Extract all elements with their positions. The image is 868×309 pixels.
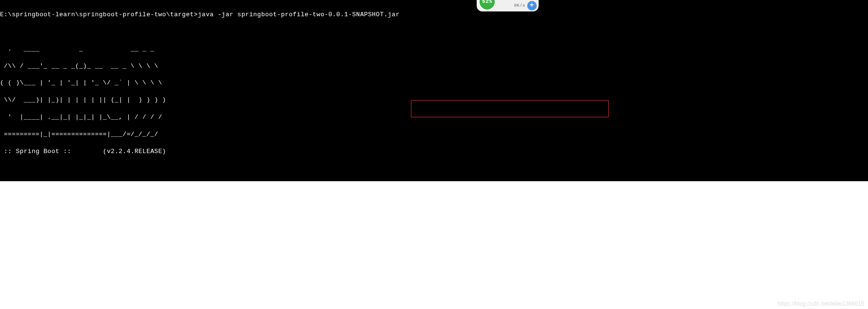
banner-line: . ____ _ __ _ _ [0,45,868,53]
terminal-output: E:\springboot-learn\springboot-profile-t… [0,0,868,181]
banner-line: =========|_|==============|___/=/_/_/_/ [0,130,868,139]
log-line: 2020-02-20 18:13:42.876 INFO 21752 --- [… [0,267,868,276]
log-line: 2020-02-20 18:13:43.004 INFO 21752 --- [… [0,301,868,309]
banner-line: ( ( )\___ | '_ | '_| | '_ \/ _` | \ \ \ … [0,79,868,87]
plus-icon[interactable]: + [527,1,537,10]
banner-line: ' |____| .__|_| |_|_| |_\__, | / / / / [0,113,868,122]
log-line: :\springboot-learn\springboot-profile-tw… [0,199,868,207]
command-prompt: E:\springboot-learn\springboot-profile-t… [0,10,868,19]
watermark-text: https://blog.csdn.net/leilei1366615 [778,300,864,307]
log-line: 2020-02-20 18:13:43.004 INFO 21752 --- [… [0,284,868,293]
blank-line [0,28,868,36]
banner-line: \\/ ___)| |_)| | | | | || (_| | ) ) ) ) [0,96,868,104]
log-line: 2020-02-20 18:13:42.876 INFO 21752 --- [… [0,250,868,258]
cpu-percent-circle: 52% [479,0,496,10]
network-speed: 0K/s [514,4,525,8]
banner-line: :: Spring Boot :: (v2.2.4.RELEASE) [0,147,868,156]
system-monitor-widget[interactable]: 52% 0K/s + [477,0,539,11]
blank-line [0,165,868,173]
banner-line: /\\ / ___'_ __ _ _(_)_ __ __ _ \ \ \ \ [0,62,868,71]
log-line: 2020-02-20 18:13:40.910 INFO 21752 --- [… [0,216,868,224]
log-line: 2020-02-20 18:13:42.858 INFO 21752 --- [… [0,233,868,241]
log-line: 2020-02-20 18:13:40.906 INFO 21752 --- [… [0,182,868,190]
